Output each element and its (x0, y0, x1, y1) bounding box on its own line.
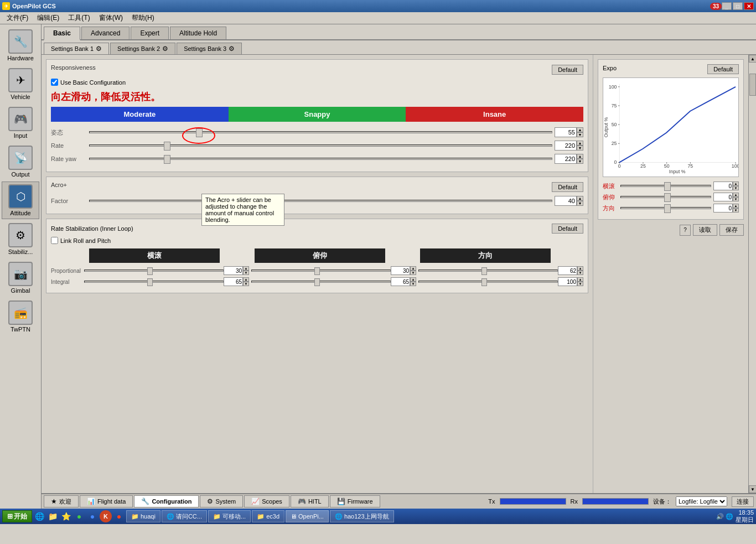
expo-roll-spin-up[interactable]: ▲ (733, 182, 739, 186)
attitude-spin-up[interactable]: ▲ (577, 127, 583, 132)
proportional-pitch-spin-down[interactable]: ▼ (410, 271, 416, 275)
rateyaw-spin-down[interactable]: ▼ (577, 159, 583, 164)
integral-yaw-track[interactable] (418, 281, 558, 283)
menu-help[interactable]: 帮助(H) (127, 12, 159, 24)
taskbar-star-icon[interactable]: ⭐ (60, 510, 72, 522)
integral-roll-thumb[interactable] (147, 278, 153, 286)
taskbar-k-icon[interactable]: K (100, 510, 112, 522)
proportional-roll-thumb[interactable] (147, 267, 153, 275)
mode-moderate-btn[interactable]: Moderate (51, 107, 229, 122)
proportional-yaw-spin-down[interactable]: ▼ (577, 271, 583, 275)
taskbar-ec3d[interactable]: 📁 ec3d (252, 510, 284, 522)
settings-bank-3[interactable]: Settings Bank 3 ⚙ (177, 43, 242, 54)
integral-pitch-spin-down[interactable]: ▼ (410, 282, 416, 286)
tab-expert[interactable]: Expert (131, 27, 169, 39)
taskbar-ie-icon[interactable]: 🌐 (33, 510, 45, 522)
taskbar-circle-icon[interactable]: ● (73, 510, 85, 522)
nav-tab-welcome[interactable]: ★ 欢迎 (44, 495, 79, 507)
sidebar-item-hardware[interactable]: 🔧 Hardware (2, 27, 39, 64)
expo-roll-spin-down[interactable]: ▼ (733, 186, 739, 190)
expo-yaw-spin-down[interactable]: ▼ (733, 208, 739, 213)
factor-spin-up[interactable]: ▲ (577, 196, 583, 201)
integral-yaw-spin-up[interactable]: ▲ (577, 277, 583, 282)
acroplus-default-btn[interactable]: Default (552, 182, 583, 192)
scroll-up-arrow[interactable]: ▲ (749, 55, 756, 63)
nav-tab-flightdata[interactable]: 📊 Flight data (80, 495, 133, 507)
connect-btn[interactable]: 连接 (732, 496, 754, 507)
proportional-pitch-track[interactable] (251, 270, 391, 272)
expo-yaw-spin-up[interactable]: ▲ (733, 204, 739, 208)
factor-spin-down[interactable]: ▼ (577, 201, 583, 206)
rate-slider-thumb[interactable] (164, 142, 170, 151)
proportional-yaw-thumb[interactable] (481, 267, 487, 275)
link-roll-pitch-checkbox[interactable] (51, 237, 58, 244)
rate-stabilization-default-btn[interactable]: Default (552, 224, 583, 234)
integral-roll-track[interactable] (84, 281, 224, 283)
maximize-btn[interactable]: □ (733, 2, 743, 10)
minimize-btn[interactable]: _ (722, 2, 732, 10)
integral-pitch-track[interactable] (251, 281, 391, 283)
use-basic-config-checkbox[interactable] (51, 79, 58, 86)
taskbar-folder-icon[interactable]: 📁 (46, 510, 59, 522)
mode-insane-btn[interactable]: Insane (406, 107, 583, 122)
taskbar-huaqi[interactable]: 📁 huaqi (126, 510, 160, 522)
tab-altitude[interactable]: Altitude Hold (170, 27, 226, 39)
device-select[interactable]: Logfile: Logfile (676, 496, 727, 506)
attitude-slider-value[interactable] (555, 127, 577, 137)
attitude-slider-track[interactable] (89, 131, 552, 133)
proportional-pitch-spin-up[interactable]: ▲ (410, 266, 416, 271)
close-btn[interactable]: ✕ (744, 2, 754, 10)
scroll-thumb[interactable] (749, 74, 756, 96)
proportional-pitch-thumb[interactable] (314, 267, 320, 275)
expo-yaw-value[interactable] (713, 204, 733, 213)
rate-spin-up[interactable]: ▲ (577, 141, 583, 146)
expo-roll-thumb[interactable] (664, 182, 671, 191)
rateyaw-slider-value[interactable] (555, 154, 577, 164)
expo-pitch-spin-up[interactable]: ▲ (733, 193, 739, 197)
factor-slider-track[interactable] (89, 200, 552, 202)
integral-yaw-value[interactable] (558, 277, 577, 286)
proportional-roll-spin-up[interactable]: ▲ (243, 266, 249, 271)
nav-tab-configuration[interactable]: 🔧 Configuration (134, 495, 199, 507)
nav-tab-firmware[interactable]: 💾 Firmware (330, 495, 380, 507)
expo-roll-value[interactable] (713, 182, 733, 190)
tab-advanced[interactable]: Advanced (81, 27, 130, 39)
proportional-yaw-track[interactable] (418, 270, 558, 272)
proportional-roll-spin-down[interactable]: ▼ (243, 271, 249, 275)
expo-pitch-spin-down[interactable]: ▼ (733, 197, 739, 201)
integral-pitch-spin-up[interactable]: ▲ (410, 277, 416, 282)
integral-roll-spin-down[interactable]: ▼ (243, 282, 249, 286)
taskbar-blue-icon[interactable]: ● (86, 510, 99, 522)
expo-yaw-track[interactable] (620, 207, 711, 209)
sidebar-item-input[interactable]: 🎮 Input (2, 104, 39, 142)
rate-slider-track[interactable] (89, 144, 552, 147)
rateyaw-spin-up[interactable]: ▲ (577, 154, 583, 159)
taskbar-openpilot[interactable]: 🖥 OpenPi... (286, 510, 329, 522)
menu-tools[interactable]: 工具(T) (64, 12, 94, 24)
scroll-down-arrow[interactable]: ▼ (749, 485, 756, 493)
tab-basic[interactable]: Basic (44, 27, 80, 40)
attitude-spin-down[interactable]: ▼ (577, 132, 583, 137)
nav-tab-scopes[interactable]: 📈 Scopes (244, 495, 289, 507)
integral-roll-spin-up[interactable]: ▲ (243, 277, 249, 282)
integral-pitch-value[interactable] (391, 277, 410, 286)
proportional-yaw-value[interactable] (558, 266, 577, 275)
menu-window[interactable]: 窗体(W) (95, 12, 127, 24)
menu-edit[interactable]: 编辑(E) (33, 12, 64, 24)
proportional-pitch-value[interactable] (391, 266, 410, 275)
settings-bank-1[interactable]: Settings Bank 1 ⚙ (44, 43, 109, 54)
proportional-roll-value[interactable] (224, 266, 243, 275)
start-button[interactable]: ⊞ 开始 (2, 510, 32, 522)
rateyaw-slider-thumb[interactable] (164, 155, 170, 164)
sidebar-item-vehicle[interactable]: ✈ Vehicle (2, 65, 39, 103)
expo-default-btn[interactable]: Default (707, 64, 739, 74)
read-btn[interactable]: 读取 (693, 224, 717, 236)
taskbar-hao123[interactable]: 🌐 hao123上网导航 (330, 510, 394, 522)
rateyaw-slider-track[interactable] (89, 158, 552, 160)
taskbar-qingwen[interactable]: 🌐 请问CC... (162, 510, 207, 522)
proportional-yaw-spin-up[interactable]: ▲ (577, 266, 583, 271)
rate-spin-down[interactable]: ▼ (577, 146, 583, 151)
sidebar-item-attitude[interactable]: ⬡ Attitude (2, 182, 39, 219)
integral-yaw-spin-down[interactable]: ▼ (577, 282, 583, 286)
expo-pitch-track[interactable] (620, 196, 711, 198)
